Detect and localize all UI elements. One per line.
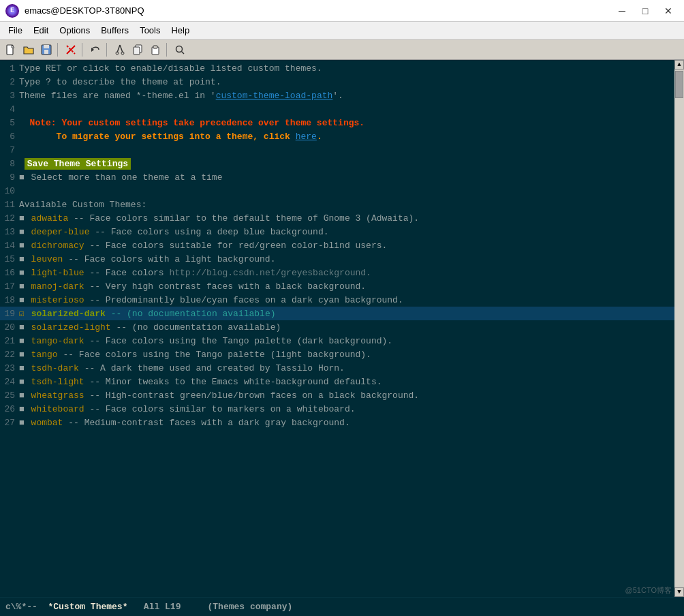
vertical-scrollbar[interactable]: ▲ ▼ — [674, 60, 684, 597]
editor-content[interactable]: 1 Type RET or click to enable/disable li… — [0, 60, 674, 597]
minimize-button[interactable]: ─ — [612, 3, 632, 18]
status-bar: c\%*-- *Custom Themes* All L19 (Themes c… — [0, 597, 684, 616]
sep1 — [57, 43, 60, 57]
svg-rect-3 — [44, 50, 48, 54]
scroll-thumb[interactable] — [675, 71, 683, 98]
custom-theme-load-path-link[interactable]: custom-theme-load-path — [216, 91, 333, 101]
window-title: emacs@DESKTOP-3T80NPQ — [25, 5, 612, 16]
save-theme-settings-button[interactable]: Save Theme Settings — [25, 158, 131, 170]
list-item: 24 ■ tsdh-light -- Minor tweaks to the E… — [0, 375, 674, 388]
app-icon: E — [5, 4, 19, 18]
open-file-button[interactable] — [20, 42, 37, 57]
list-item: 14 ■ dichromacy -- Face colors suitable … — [0, 238, 674, 252]
here-link[interactable]: here — [296, 132, 317, 142]
list-item: 15 ■ leuven -- Face colors with a light … — [0, 252, 674, 266]
toolbar — [0, 40, 684, 60]
line-row: 3 Theme files are named *-theme.el in 'c… — [0, 89, 674, 102]
close-button[interactable]: ✕ — [658, 3, 679, 18]
list-item: 20 ■ solarized-light -- (no documentatio… — [0, 320, 674, 334]
cut-button[interactable] — [112, 42, 128, 57]
undo-button[interactable] — [87, 42, 104, 57]
list-item: 17 ■ manoj-dark -- Very high contrast fa… — [0, 279, 674, 293]
scroll-track[interactable] — [674, 70, 684, 587]
line-row: 10 — [0, 184, 674, 198]
svg-rect-14 — [153, 46, 157, 48]
line-row: 1 Type RET or click to enable/disable li… — [0, 61, 674, 75]
svg-point-15 — [176, 46, 183, 52]
list-item: 23 ■ tsdh-dark -- A dark theme used and … — [0, 361, 674, 375]
copy-button[interactable] — [129, 42, 146, 57]
menu-help[interactable]: Help — [166, 24, 195, 37]
new-file-button[interactable] — [3, 42, 19, 57]
editor-container: 1 Type RET or click to enable/disable li… — [0, 60, 684, 597]
list-item: 13 ■ deeper-blue -- Face colors using a … — [0, 225, 674, 238]
window-controls: ─ □ ✕ — [612, 3, 679, 18]
menu-file[interactable]: File — [3, 24, 28, 37]
list-item: 16 ■ light-blue -- Face colors http://bl… — [0, 266, 674, 279]
scroll-up-arrow[interactable]: ▲ — [674, 60, 684, 70]
line-row: 2 Type ? to describe the theme at point. — [0, 75, 674, 89]
status-left: c\%*-- — [5, 602, 48, 612]
status-position: All L19 (Themes company) — [127, 602, 292, 612]
emacs-logo: E — [5, 4, 19, 18]
list-item: 21 ■ tango-dark -- Face colors using the… — [0, 334, 674, 348]
list-item: 27 ■ wombat -- Medium-contrast faces wit… — [0, 416, 674, 429]
svg-line-16 — [182, 51, 185, 54]
search-button[interactable] — [172, 42, 188, 57]
line-row: 8 Save Theme Settings — [0, 157, 674, 170]
line-row: 5 Note: Your custom settings take preced… — [0, 116, 674, 129]
save-file-button[interactable] — [38, 42, 55, 57]
sep3 — [106, 43, 109, 57]
menu-tools[interactable]: Tools — [134, 24, 166, 37]
list-item: 12 ■ adwaita -- Face colors similar to t… — [0, 211, 674, 225]
line-row: 9 ■ Select more than one theme at a time — [0, 170, 674, 184]
menu-bar: File Edit Options Buffers Tools Help — [0, 22, 684, 40]
line-row: 7 — [0, 143, 674, 157]
line-row: 4 — [0, 102, 674, 116]
list-item: 26 ■ whiteboard -- Face colors similar t… — [0, 402, 674, 416]
title-bar: E emacs@DESKTOP-3T80NPQ ─ □ ✕ — [0, 0, 684, 22]
cut-buffer-button[interactable] — [63, 42, 79, 57]
menu-options[interactable]: Options — [54, 24, 95, 37]
list-item-selected: 19 ☑ solarized-dark -- (no documentation… — [0, 307, 674, 320]
list-item: 18 ■ misterioso -- Predominantly blue/cy… — [0, 293, 674, 307]
svg-rect-12 — [134, 47, 140, 55]
scroll-down-arrow[interactable]: ▼ — [674, 587, 684, 597]
list-item: 25 ■ wheatgrass -- High-contrast green/b… — [0, 388, 674, 402]
paste-button[interactable] — [147, 42, 164, 57]
status-buffer-name: *Custom Themes* — [48, 602, 127, 612]
svg-line-8 — [120, 45, 123, 52]
maximize-button[interactable]: □ — [635, 3, 655, 18]
line-row: 6 To migrate your settings into a theme,… — [0, 129, 674, 143]
lines-wrapper: 1 Type RET or click to enable/disable li… — [0, 61, 674, 429]
svg-rect-2 — [44, 45, 49, 48]
svg-line-7 — [117, 45, 120, 52]
watermark: @51CTO博客 — [623, 584, 674, 597]
menu-edit[interactable]: Edit — [28, 24, 54, 37]
list-item: 22 ■ tango -- Face colors using the Tang… — [0, 348, 674, 361]
menu-buffers[interactable]: Buffers — [95, 24, 134, 37]
sep2 — [82, 43, 84, 57]
line-row: 11 Available Custom Themes: — [0, 198, 674, 211]
sep4 — [166, 43, 169, 57]
